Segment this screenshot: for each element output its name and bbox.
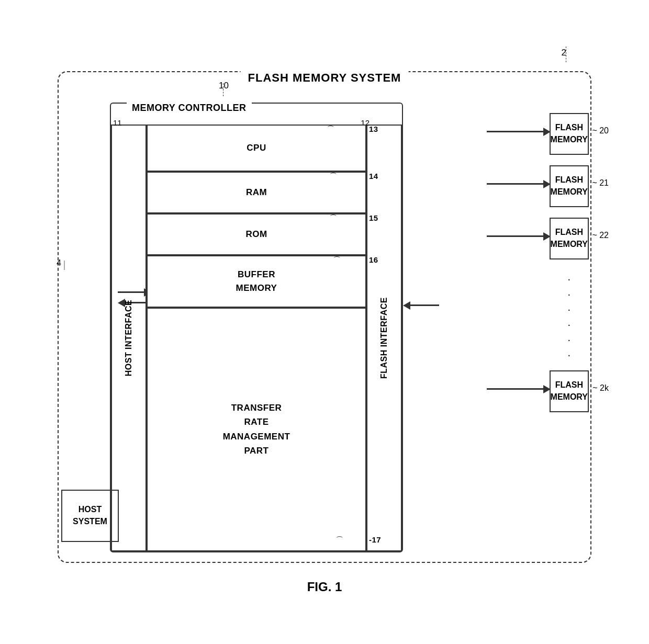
label-4: 4 bbox=[57, 258, 61, 268]
label-22: ~ 22 bbox=[592, 231, 609, 240]
label-15: 15 bbox=[367, 213, 378, 222]
flash-back-arrow bbox=[403, 301, 439, 310]
squig-14: ⌒ bbox=[330, 172, 337, 181]
dot6: · bbox=[568, 349, 571, 361]
components-area: CPU 13 ⌒ RAM 14 ⌒ ROM 15 ⌒ BUFFERMEMORY … bbox=[147, 125, 366, 551]
dot1: · bbox=[568, 273, 571, 285]
dots-area: · · · · · · bbox=[550, 269, 589, 365]
memory-controller-box: MEMORY CONTROLLER HOST INTERFACE 11 FLAS… bbox=[110, 103, 403, 552]
host-interface-box: HOST INTERFACE bbox=[111, 125, 147, 551]
dot2: · bbox=[568, 288, 571, 300]
flash-mem-22-label: FLASHMEMORY bbox=[551, 227, 588, 250]
flash-mem-22-row: FLASHMEMORY ~ 22 bbox=[550, 218, 589, 259]
buffer-box: BUFFERMEMORY 16 ⌒ bbox=[147, 255, 366, 308]
label-16: 16 bbox=[367, 255, 378, 264]
rom-box: ROM 15 ⌒ bbox=[147, 213, 366, 255]
flash-interface-box: FLASH INTERFACE bbox=[366, 125, 402, 551]
label-14: 14 bbox=[367, 172, 378, 180]
flash-mem-20-row: FLASHMEMORY ~ 20 bbox=[550, 113, 589, 155]
flash-mem-20-label: FLASHMEMORY bbox=[551, 122, 588, 145]
host-interface-label: HOST INTERFACE bbox=[124, 299, 133, 376]
flash-mem-20-box: FLASHMEMORY bbox=[550, 113, 589, 155]
flash-memories-container: FLASHMEMORY ~ 20 FLASHMEMORY ~ 21 FLASHM… bbox=[550, 113, 589, 422]
dot4: · bbox=[568, 319, 571, 331]
host-system-label: HOSTSYSTEM bbox=[73, 504, 107, 527]
buffer-label: BUFFERMEMORY bbox=[236, 268, 277, 295]
dot3: · bbox=[568, 303, 571, 315]
arrow-to-21 bbox=[487, 180, 551, 188]
squig-16: ⌒ bbox=[333, 255, 341, 265]
ram-label: RAM bbox=[246, 187, 267, 198]
flash-mem-2k-label: FLASHMEMORY bbox=[551, 379, 588, 403]
squig-17: ⌒ bbox=[336, 535, 343, 545]
arrow-to-22 bbox=[487, 232, 551, 241]
label-2k: ~ 2k bbox=[592, 383, 609, 393]
flash-mem-2k-row: FLASHMEMORY ~ 2k bbox=[550, 370, 589, 412]
squig-15: ⌒ bbox=[330, 213, 337, 223]
squig-13: ⌒ bbox=[327, 125, 334, 134]
cpu-box: CPU 13 ⌒ bbox=[147, 125, 366, 172]
diagram: FLASH MEMORY SYSTEM 2 4 HOSTSYSTEM 10 ME… bbox=[37, 40, 612, 605]
memory-controller-label: MEMORY CONTROLLER bbox=[127, 103, 252, 114]
flash-mem-21-row: FLASHMEMORY ~ 21 bbox=[550, 165, 589, 207]
label-20: ~ 20 bbox=[592, 126, 609, 135]
label-11: 11 bbox=[113, 118, 122, 127]
dot5: · bbox=[568, 334, 571, 346]
label-10: 10 bbox=[219, 81, 229, 91]
transfer-box: TRANSFERRATEMANAGEMENTPART -17 ⌒ bbox=[147, 308, 366, 551]
arrow-to-20 bbox=[487, 128, 551, 136]
flash-mem-2k-box: FLASHMEMORY bbox=[550, 370, 589, 412]
label-17: -17 bbox=[367, 534, 381, 545]
flash-interface-label: FLASH INTERFACE bbox=[379, 297, 389, 379]
label-2: 2 bbox=[562, 48, 566, 58]
fig-label: FIG. 1 bbox=[307, 580, 342, 594]
label-13: 13 bbox=[367, 125, 378, 133]
arrow-to-2k bbox=[487, 385, 551, 393]
system-title: FLASH MEMORY SYSTEM bbox=[241, 71, 409, 85]
cpu-label: CPU bbox=[247, 143, 266, 153]
flash-mem-21-label: FLASHMEMORY bbox=[551, 174, 588, 198]
ram-box: RAM 14 ⌒ bbox=[147, 172, 366, 213]
label-21: ~ 21 bbox=[592, 178, 609, 188]
flash-mem-21-box: FLASHMEMORY bbox=[550, 165, 589, 207]
transfer-label: TRANSFERRATEMANAGEMENTPART bbox=[223, 401, 290, 458]
flash-mem-22-box: FLASHMEMORY bbox=[550, 218, 589, 259]
rom-label: ROM bbox=[245, 229, 267, 240]
